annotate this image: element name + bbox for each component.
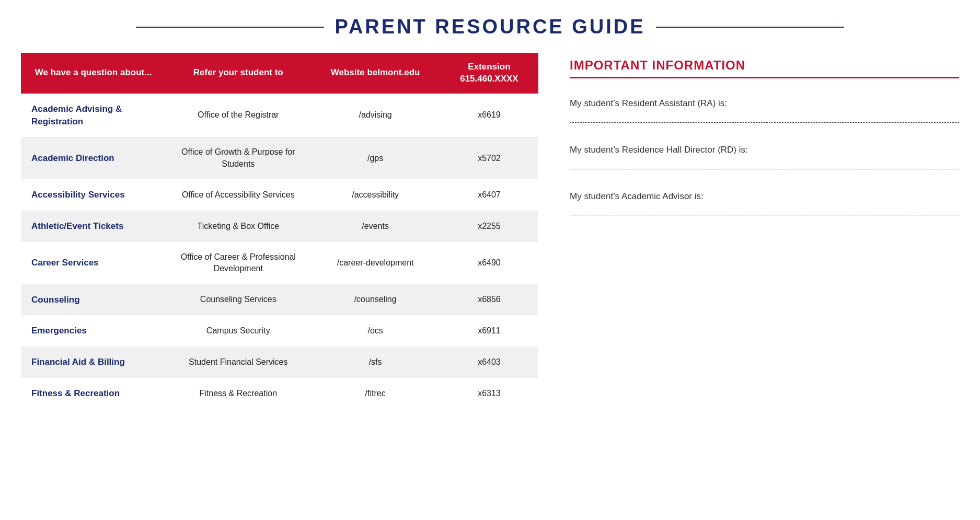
header-topic: We have a question about... [21, 53, 166, 94]
header-row: We have a question about... Refer your s… [21, 53, 538, 94]
table-section: We have a question about... Refer your s… [21, 53, 538, 409]
header-extension: Extension 615.460.XXXX [440, 53, 538, 94]
cell-website: /ocs [310, 315, 440, 346]
main-layout: We have a question about... Refer your s… [21, 53, 959, 409]
cell-refer: Campus Security [166, 315, 310, 346]
cell-refer: Student Financial Services [166, 346, 310, 378]
resource-table: We have a question about... Refer your s… [21, 53, 538, 409]
cell-refer: Office of Career & Professional Developm… [166, 242, 310, 284]
cell-website: /sfs [310, 346, 440, 378]
info-item: My student’s Residence Hall Director (RD… [570, 144, 959, 169]
page-title: PARENT RESOURCE GUIDE [335, 16, 645, 38]
table-body: Academic Advising & RegistrationOffice o… [21, 94, 538, 409]
header-refer: Refer your student to [166, 53, 310, 94]
cell-extension: x2255 [440, 211, 538, 242]
cell-topic: Accessibility Services [21, 179, 166, 211]
cell-refer: Office of Accessibility Services [166, 179, 310, 211]
cell-website: /career-development [310, 242, 440, 284]
cell-website: /fitrec [310, 378, 440, 409]
cell-refer: Office of the Registrar [166, 94, 310, 137]
important-divider [570, 77, 959, 78]
sidebar-section: IMPORTANT INFORMATION My student’s Resid… [559, 53, 959, 236]
table-row: EmergenciesCampus Security/ocsx6911 [21, 315, 538, 346]
cell-extension: x6911 [440, 315, 538, 346]
cell-refer: Office of Growth & Purpose for Students [166, 137, 310, 179]
table-row: Athletic/Event TicketsTicketing & Box Of… [21, 211, 538, 242]
cell-refer: Fitness & Recreation [166, 378, 310, 409]
cell-extension: x6407 [440, 179, 538, 211]
info-write-line [570, 215, 959, 215]
cell-website: /gps [310, 137, 440, 179]
cell-topic: Athletic/Event Tickets [21, 211, 166, 242]
table-header: We have a question about... Refer your s… [21, 53, 538, 94]
cell-topic: Emergencies [21, 315, 166, 346]
table-row: Academic DirectionOffice of Growth & Pur… [21, 137, 538, 179]
cell-extension: x5702 [440, 137, 538, 179]
info-item: My student’s Academic Advisor is: [570, 190, 959, 216]
info-write-line [570, 122, 959, 123]
cell-extension: x6619 [440, 94, 538, 137]
cell-refer: Ticketing & Box Office [166, 211, 310, 242]
cell-website: /advising [310, 94, 440, 137]
table-row: Fitness & RecreationFitness & Recreation… [21, 378, 538, 409]
cell-website: /events [310, 211, 440, 242]
cell-topic: Financial Aid & Billing [21, 346, 166, 378]
info-item: My student’s Resident Assistant (RA) is: [570, 97, 959, 123]
info-label: My student’s Academic Advisor is: [570, 190, 959, 203]
table-row: Career ServicesOffice of Career & Profes… [21, 242, 538, 284]
important-info-title: IMPORTANT INFORMATION [570, 58, 959, 73]
cell-extension: x6490 [440, 242, 538, 284]
page-title-container: PARENT RESOURCE GUIDE [21, 16, 959, 38]
cell-topic: Career Services [21, 242, 166, 284]
info-label: My student’s Residence Hall Director (RD… [570, 144, 959, 156]
cell-extension: x6313 [440, 378, 538, 409]
cell-topic: Academic Direction [21, 137, 166, 179]
title-line-right [656, 27, 844, 28]
table-row: Academic Advising & RegistrationOffice o… [21, 94, 538, 137]
cell-extension: x6403 [440, 346, 538, 378]
table-row: Financial Aid & BillingStudent Financial… [21, 346, 538, 378]
sidebar-items: My student’s Resident Assistant (RA) is:… [570, 97, 959, 215]
info-label: My student’s Resident Assistant (RA) is: [570, 97, 959, 110]
info-write-line [570, 169, 959, 169]
title-line-left [136, 27, 324, 28]
cell-topic: Fitness & Recreation [21, 378, 166, 409]
table-row: Accessibility ServicesOffice of Accessib… [21, 179, 538, 211]
cell-topic: Counseling [21, 284, 166, 316]
header-website: Website belmont.edu [310, 53, 440, 94]
cell-topic: Academic Advising & Registration [21, 94, 166, 137]
table-row: CounselingCounseling Services/counseling… [21, 284, 538, 316]
cell-website: /counseling [310, 284, 440, 316]
cell-extension: x6856 [440, 284, 538, 316]
cell-refer: Counseling Services [166, 284, 310, 316]
cell-website: /accessibility [310, 179, 440, 211]
